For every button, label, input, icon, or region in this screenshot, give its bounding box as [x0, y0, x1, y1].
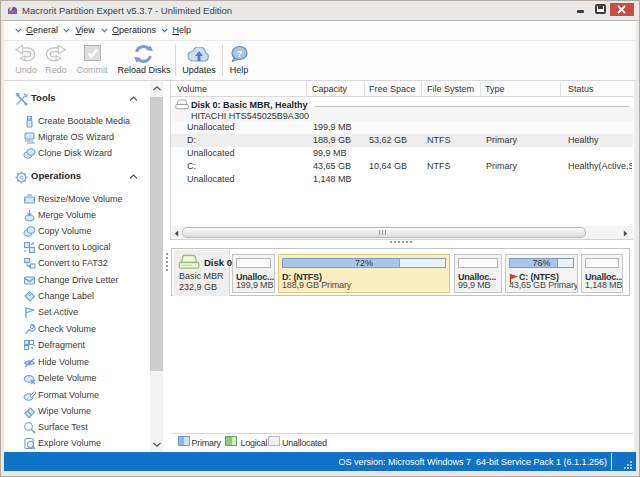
svg-text:?: ?: [237, 49, 243, 59]
